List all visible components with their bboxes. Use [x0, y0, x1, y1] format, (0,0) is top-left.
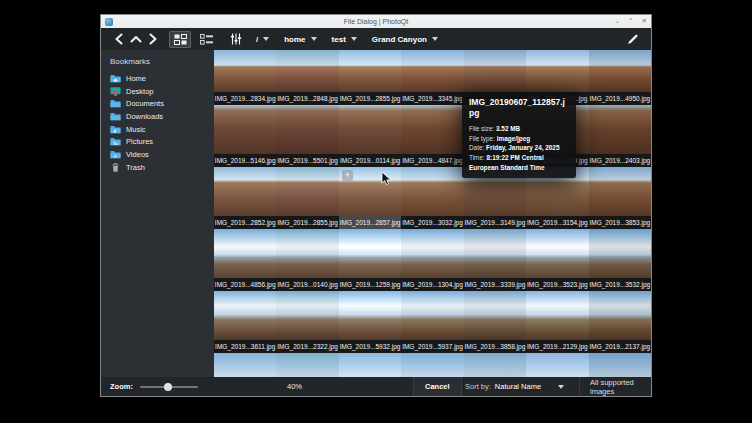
- thumbnail-filename: IMG_2019...1304.jpg: [401, 278, 463, 291]
- thumbnail-filename: IMG_2019...3149.jpg: [464, 216, 526, 229]
- thumbnail-image: [276, 229, 338, 278]
- thumbnail-grid: IMG_2019...2834.jpgIMG_2019...2848.jpgIM…: [214, 50, 651, 377]
- breadcrumb-segment-test[interactable]: test: [332, 35, 357, 44]
- thumbnail-filename: IMG_2019...3858.jpg: [464, 340, 526, 353]
- titlebar[interactable]: File Dialog | PhotoQt ⌄ ⌃ ✕: [101, 15, 651, 28]
- thumbnail-cell[interactable]: IMG_2019...4847.jpg: [401, 105, 463, 167]
- thumbnail-image: [339, 291, 401, 340]
- sort-by-label: Sort by:: [465, 382, 491, 391]
- tooltip-field: Date: Friday, January 24, 2025: [469, 143, 569, 153]
- thumbnail-cell[interactable]: [589, 353, 651, 377]
- chevron-down-icon[interactable]: [351, 37, 357, 41]
- thumbnail-cell[interactable]: IMG_2019...3853.jpg: [589, 167, 651, 229]
- close-button[interactable]: ✕: [642, 18, 647, 25]
- zoom-label: Zoom:: [110, 382, 133, 391]
- view-mode-group: [169, 31, 217, 48]
- forward-button[interactable]: [144, 31, 161, 47]
- sidebar-item-pictures[interactable]: Pictures: [110, 135, 214, 148]
- thumbnail-cell[interactable]: IMG_2019...5937.jpg: [401, 291, 463, 353]
- thumbnail-cell[interactable]: IMG_2019...2855.jpg: [339, 50, 401, 105]
- zoom-slider-thumb[interactable]: [164, 383, 172, 391]
- folder-videos-icon: [110, 150, 121, 159]
- thumbnail-filename: IMG_2019...2137.jpg: [589, 340, 651, 353]
- maximize-button[interactable]: ⌃: [628, 18, 633, 25]
- thumbnail-image: [526, 291, 588, 340]
- up-button[interactable]: [127, 31, 144, 47]
- bookmarks-header: Bookmarks: [110, 57, 214, 66]
- thumbnail-cell[interactable]: IMG_2019...3611.jpg: [214, 291, 276, 353]
- sidebar-item-label: Videos: [126, 150, 149, 159]
- thumbnail-cell[interactable]: IMG_2019...3032.jpg: [401, 167, 463, 229]
- sidebar-item-downloads[interactable]: Downloads: [110, 110, 214, 123]
- thumbnail-cell[interactable]: IMG_2019...0114.jpg: [339, 105, 401, 167]
- folder-icon: [110, 99, 121, 108]
- thumbnail-cell[interactable]: [464, 353, 526, 377]
- thumbnail-cell[interactable]: IMG_2019...5146.jpg: [214, 105, 276, 167]
- breadcrumb-segment-grand-canyon[interactable]: Grand Canyon: [372, 35, 438, 44]
- thumbnail-cell[interactable]: IMG_2019...1304.jpg: [401, 229, 463, 291]
- thumbnail-image: [589, 50, 651, 92]
- thumbnail-cell[interactable]: [526, 353, 588, 377]
- back-button[interactable]: [110, 31, 127, 47]
- thumbnail-image: [339, 105, 401, 154]
- filter-settings-button[interactable]: [227, 31, 245, 47]
- grid-view-button[interactable]: [169, 31, 191, 48]
- thumbnail-image: [214, 50, 276, 92]
- sidebar-item-trash[interactable]: Trash: [110, 161, 214, 174]
- thumbnail-cell[interactable]: IMG_2019...5932.jpg: [339, 291, 401, 353]
- chevron-left-icon: [116, 35, 121, 44]
- zoom-slider[interactable]: [140, 386, 198, 388]
- thumbnail-cell[interactable]: IMG_2019...2852.jpg: [214, 167, 276, 229]
- sidebar-item-documents[interactable]: Documents: [110, 97, 214, 110]
- sort-by-dropdown[interactable]: Sort by: Natural Name: [465, 377, 564, 396]
- sidebar-item-home[interactable]: Home: [110, 72, 214, 85]
- minimize-button[interactable]: ⌄: [615, 18, 620, 25]
- window-title: File Dialog | PhotoQt: [101, 18, 651, 25]
- thumbnail-cell[interactable]: [276, 353, 338, 377]
- add-select-icon[interactable]: +: [342, 170, 353, 181]
- chevron-down-icon[interactable]: [311, 37, 317, 41]
- thumbnail-filename: IMG_2019...2834.jpg: [214, 92, 276, 105]
- thumbnail-image: [589, 229, 651, 278]
- chevron-down-icon[interactable]: [432, 37, 438, 41]
- thumbnail-filename: IMG_2019...2848.jpg: [276, 92, 338, 105]
- thumbnail-image: [589, 105, 651, 154]
- thumbnail-cell[interactable]: IMG_2019...4856.jpg: [214, 229, 276, 291]
- thumbnail-cell[interactable]: IMG_2019...0140.jpg: [276, 229, 338, 291]
- thumbnail-cell[interactable]: IMG_2019...3339.jpg: [464, 229, 526, 291]
- thumbnail-cell[interactable]: IMG_2019...2129.jpg: [526, 291, 588, 353]
- chevron-down-icon[interactable]: [263, 37, 269, 41]
- thumbnail-cell[interactable]: IMG_2019...1259.jpg: [339, 229, 401, 291]
- thumbnail-filename: IMG_2019...3532.jpg: [589, 278, 651, 291]
- list-view-icon: [200, 34, 213, 45]
- thumbnail-cell[interactable]: IMG_2019...3345.jpg: [401, 50, 463, 105]
- thumbnail-cell[interactable]: IMG_2019...2855.jpg: [276, 167, 338, 229]
- breadcrumb-segment-home[interactable]: home: [284, 35, 316, 44]
- sliders-icon: [230, 33, 242, 45]
- thumbnail-cell[interactable]: IMG_2019...2403.jpg: [589, 105, 651, 167]
- thumbnail-cell[interactable]: IMG_2019...2137.jpg: [589, 291, 651, 353]
- thumbnail-filename: IMG_2019...2129.jpg: [526, 340, 588, 353]
- thumbnail-cell[interactable]: IMG_2019...4950.jpg: [589, 50, 651, 105]
- sidebar-item-music[interactable]: Music: [110, 123, 214, 136]
- thumbnail-cell[interactable]: IMG_2019...5501.jpg: [276, 105, 338, 167]
- bookmarks-sidebar: Bookmarks HomeDesktopDocumentsDownloadsM…: [101, 50, 214, 377]
- thumbnail-cell[interactable]: IMG_2019...3532.jpg: [589, 229, 651, 291]
- list-view-button[interactable]: [195, 31, 217, 48]
- cancel-button[interactable]: Cancel: [413, 377, 462, 396]
- thumbnail-cell[interactable]: IMG_2019...2848.jpg: [276, 50, 338, 105]
- thumbnail-image: [401, 167, 463, 216]
- thumbnail-cell[interactable]: IMG_2019...3858.jpg: [464, 291, 526, 353]
- thumbnail-cell[interactable]: [214, 353, 276, 377]
- thumbnail-cell[interactable]: IMG_2019...2834.jpg: [214, 50, 276, 105]
- thumbnail-cell[interactable]: IMG_2019...2322.jpg: [276, 291, 338, 353]
- thumbnail-cell[interactable]: IMG_2019...3523.jpg: [526, 229, 588, 291]
- sidebar-item-videos[interactable]: Videos: [110, 148, 214, 161]
- breadcrumb-segment--[interactable]: /: [256, 35, 269, 44]
- thumbnail-cell[interactable]: [339, 353, 401, 377]
- thumbnail-image: [276, 353, 338, 377]
- edit-path-button[interactable]: [624, 31, 642, 47]
- sidebar-item-desktop[interactable]: Desktop: [110, 85, 214, 98]
- sidebar-item-label: Home: [126, 74, 146, 83]
- thumbnail-cell[interactable]: [401, 353, 463, 377]
